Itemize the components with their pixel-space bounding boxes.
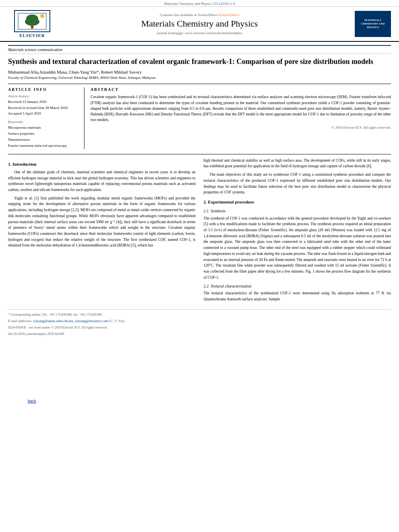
- journal-citation: Materials Chemistry and Physics 123 (201…: [0, 0, 399, 7]
- keyword-item: Nanostructures: [8, 137, 80, 143]
- subsection-22-title: 2.2. Textural characterization: [204, 283, 391, 290]
- elsevier-label: ELSEVIER: [19, 33, 45, 38]
- section1-title: 1. Introduction: [8, 161, 195, 168]
- keyword-item: Fourier transform infra-red spectroscopy: [8, 143, 80, 149]
- body-para-3: high thermal and chemical stability as w…: [204, 158, 391, 169]
- journal-logo-text: MATERIALSCHEMISTRY ANDPHYSICS: [361, 18, 385, 29]
- section2-title: 2. Experimental procedure: [204, 199, 391, 205]
- main-content: Materials science communication Synthesi…: [0, 45, 399, 336]
- elsevier-logo-box: [14, 10, 50, 32]
- copyright-line: © 2010 Elsevier B.V. All rights reserved…: [90, 125, 391, 129]
- back-button[interactable]: back: [28, 399, 36, 403]
- abstract-header: ABSTRACT: [90, 87, 391, 92]
- abstract-text: Covalent organic framework-1 (COF-1) has…: [90, 94, 391, 123]
- back-button-area[interactable]: back: [28, 399, 36, 403]
- svg-rect-3: [31, 25, 33, 29]
- body-para-1: One of the ultimate goals of chemists, m…: [8, 169, 195, 193]
- body-two-col: 1. Introduction One of the ultimate goal…: [8, 158, 391, 305]
- elsevier-tree-icon: [16, 11, 48, 31]
- keyword-item: Microporous materials: [8, 125, 80, 131]
- elsevier-logo-area: ELSEVIER: [8, 10, 56, 38]
- authors-line: Muhammad Afiq Aizuddin Musa, Chun-Yang Y…: [8, 70, 391, 74]
- journal-logo-box: MATERIALSCHEMISTRY ANDPHYSICS: [355, 11, 391, 37]
- issn-line: 0254-0584/$ – see front matter © 2010 El…: [8, 325, 391, 330]
- journal-homepage: journal homepage: www.elsevier.com/locat…: [56, 31, 343, 35]
- received-date: Received 13 January 2010 Received in rev…: [8, 99, 80, 116]
- journal-title-area: Contents lists available at ScienceDirec…: [56, 13, 343, 35]
- article-info-abstract-section: ARTICLE INFO Article history: Received 1…: [8, 84, 391, 149]
- affiliation: Faculty of Chemical Engineering, Univers…: [8, 76, 391, 80]
- sciencedirect-line: Contents lists available at ScienceDirec…: [56, 13, 343, 17]
- corresponding-author-line: * Corresponding author. Tel.: +60 3 5543…: [8, 312, 391, 317]
- journal-logo-area: MATERIALSCHEMISTRY ANDPHYSICS: [343, 11, 391, 37]
- body-content: 1. Introduction One of the ultimate goal…: [8, 154, 391, 305]
- keywords-label: Keywords:: [8, 120, 80, 124]
- keywords-list: Microporous materials Surface properties…: [8, 125, 80, 149]
- subsection-21-title: 2.1. Synthesis: [204, 208, 391, 214]
- abstract-column: ABSTRACT Covalent organic framework-1 (C…: [90, 87, 391, 149]
- article-title: Synthesis and textural characterization …: [8, 57, 391, 66]
- svg-point-4: [40, 14, 44, 18]
- doi-line: doi:10.1016/j.matchemphys.2010.04.009: [8, 331, 391, 337]
- body-para-2: Yaghi et al. [1] first published the wor…: [8, 195, 195, 249]
- body-para-4: The main objectives of this study are to…: [204, 172, 391, 195]
- svg-point-2: [25, 18, 39, 26]
- keyword-item: Surface properties: [8, 131, 80, 137]
- article-info-header: ARTICLE INFO: [8, 87, 80, 92]
- history-label: Article history:: [8, 94, 80, 98]
- journal-header: ELSEVIER Contents lists available at Sci…: [0, 7, 399, 42]
- journal-title: Materials Chemistry and Physics: [56, 18, 343, 29]
- body-col-left: 1. Introduction One of the ultimate goal…: [8, 158, 195, 305]
- body-para-6: The textural characteristics of the synt…: [204, 290, 391, 302]
- article-type: Materials science communication: [8, 45, 391, 54]
- footer-area: * Corresponding author. Tel.: +60 3 5543…: [8, 309, 391, 336]
- article-info-column: ARTICLE INFO Article history: Received 1…: [8, 87, 84, 149]
- body-para-5: The synthesis of COF-1 was conducted in …: [204, 216, 391, 281]
- elsevier-logo: ELSEVIER: [8, 10, 56, 38]
- email-line: E-mail addresses: yinyang@salam.uitm.edu…: [8, 318, 391, 324]
- body-col-right: high thermal and chemical stability as w…: [204, 158, 391, 305]
